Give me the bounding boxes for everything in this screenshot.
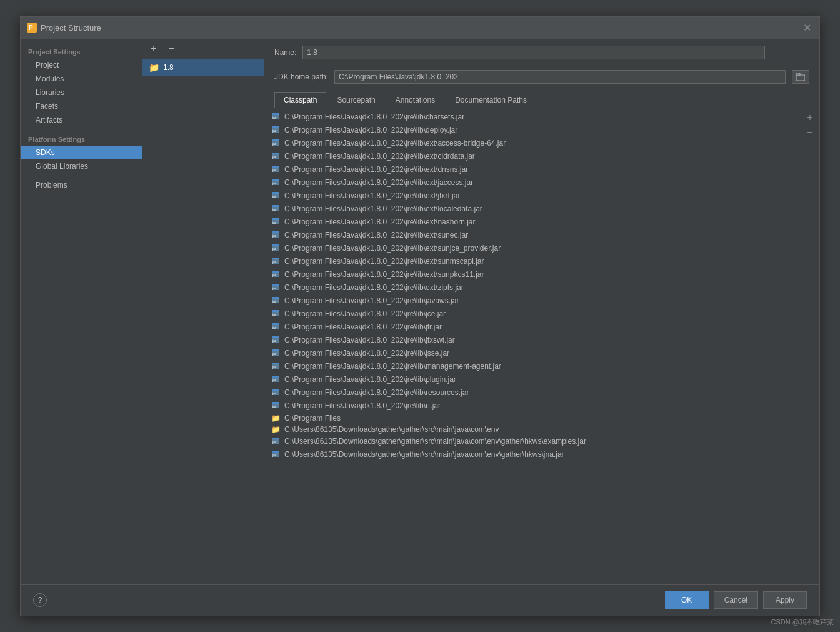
svg-text:jar: jar xyxy=(272,286,276,290)
jar-icon: jar xyxy=(271,230,281,241)
list-item[interactable]: jar C:\Program Files\Java\jdk1.8.0_202\j… xyxy=(264,334,819,347)
list-item[interactable]: jar C:\Program Files\Java\jdk1.8.0_202\j… xyxy=(264,124,819,137)
help-button[interactable]: ? xyxy=(33,593,47,607)
jar-icon: jar xyxy=(271,138,281,149)
add-sdk-button[interactable]: + xyxy=(148,43,160,55)
list-item[interactable]: jar C:\Program Files\Java\jdk1.8.0_202\j… xyxy=(264,255,819,268)
tab-annotations[interactable]: Annotations xyxy=(386,92,444,108)
list-item[interactable]: jar C:\Program Files\Java\jdk1.8.0_202\j… xyxy=(264,242,819,255)
jar-icon: jar xyxy=(271,374,281,385)
list-item[interactable]: jar C:\Program Files\Java\jdk1.8.0_202\j… xyxy=(264,216,819,229)
jar-icon: jar xyxy=(271,436,281,447)
close-button[interactable]: ✕ xyxy=(801,21,813,34)
jar-icon: jar xyxy=(271,204,281,214)
file-path-text: C:\Program Files\Java\jdk1.8.0_202\jre\l… xyxy=(284,218,475,226)
svg-text:jar: jar xyxy=(272,326,276,329)
jar-icon: jar xyxy=(271,178,281,188)
file-path-text: C:\Program Files\Java\jdk1.8.0_202\jre\l… xyxy=(284,165,468,174)
sidebar-item-global-libraries[interactable]: Global Libraries xyxy=(21,159,142,173)
list-item[interactable]: jar C:\Program Files\Java\jdk1.8.0_202\j… xyxy=(264,203,819,216)
list-item[interactable]: jar C:\Program Files\Java\jdk1.8.0_202\j… xyxy=(264,229,819,242)
platform-settings-section: Platform Settings xyxy=(21,132,142,146)
svg-rect-62 xyxy=(272,363,279,364)
svg-rect-17 xyxy=(272,166,279,168)
tab-classpath[interactable]: Classpath xyxy=(274,92,326,108)
list-item[interactable]: jar C:\Users\86135\Downloads\gather\gath… xyxy=(264,435,819,448)
jar-icon: jar xyxy=(271,361,281,372)
file-list-container: jar C:\Program Files\Java\jdk1.8.0_202\j… xyxy=(264,108,819,584)
file-path-text: C:\Program Files\Java\jdk1.8.0_202\jre\l… xyxy=(284,323,442,331)
list-item[interactable]: 📁C:\Users\86135\Downloads\gather\gather\… xyxy=(264,424,819,435)
sidebar: Project Settings Project Modules Librari… xyxy=(21,39,142,584)
apply-button[interactable]: Apply xyxy=(763,591,807,609)
svg-text:jar: jar xyxy=(272,313,276,316)
file-path-text: C:\Program Files\Java\jdk1.8.0_202\jre\l… xyxy=(284,191,460,200)
jar-icon: jar xyxy=(271,269,281,280)
list-item[interactable]: jar C:\Program Files\Java\jdk1.8.0_202\j… xyxy=(264,137,819,150)
project-settings-section: Project Settings xyxy=(21,44,142,58)
jdk-path-label: JDK home path: xyxy=(274,73,328,81)
tab-sourcepath[interactable]: Sourcepath xyxy=(328,92,384,108)
ok-button[interactable]: OK xyxy=(665,591,709,609)
sidebar-item-project[interactable]: Project xyxy=(21,58,142,72)
remove-sdk-button[interactable]: − xyxy=(165,43,178,55)
sidebar-item-artifacts[interactable]: Artifacts xyxy=(21,113,142,127)
cancel-button[interactable]: Cancel xyxy=(714,591,758,609)
tabs-bar: Classpath Sourcepath Annotations Documen… xyxy=(264,88,819,108)
jar-icon: jar xyxy=(271,125,281,136)
list-item[interactable]: jar C:\Program Files\Java\jdk1.8.0_202\j… xyxy=(264,150,819,163)
sdk-item-label: 1.8 xyxy=(163,63,174,72)
sidebar-item-problems[interactable]: Problems xyxy=(21,178,142,192)
jdk-path-input[interactable] xyxy=(334,70,786,84)
tab-documentation-paths[interactable]: Documentation Paths xyxy=(446,92,536,108)
list-item[interactable]: jar C:\Program Files\Java\jdk1.8.0_202\j… xyxy=(264,373,819,386)
list-item[interactable]: jar C:\Program Files\Java\jdk1.8.0_202\j… xyxy=(264,294,819,308)
svg-text:jar: jar xyxy=(272,155,276,159)
list-item[interactable]: jar C:\Program Files\Java\jdk1.8.0_202\j… xyxy=(264,176,819,189)
list-item[interactable]: jar C:\Program Files\Java\jdk1.8.0_202\j… xyxy=(264,111,819,124)
folder-icon: 📁 xyxy=(271,414,281,423)
list-item[interactable]: jar C:\Program Files\Java\jdk1.8.0_202\j… xyxy=(264,386,819,399)
sdk-item-1.8[interactable]: 📁 1.8 xyxy=(142,59,264,76)
browse-button[interactable] xyxy=(792,70,809,84)
svg-rect-41 xyxy=(272,271,279,273)
list-item[interactable]: 📁C:\Program Files xyxy=(264,413,819,424)
name-input[interactable] xyxy=(302,46,765,59)
list-item[interactable]: jar C:\Users\86135\Downloads\gather\gath… xyxy=(264,448,819,461)
file-path-text: C:\Program Files\Java\jdk1.8.0_202\jre\l… xyxy=(284,375,456,384)
svg-text:jar: jar xyxy=(272,181,276,185)
svg-text:jar: jar xyxy=(272,299,276,303)
list-item[interactable]: jar C:\Program Files\Java\jdk1.8.0_202\j… xyxy=(264,281,819,294)
svg-rect-3 xyxy=(796,73,800,76)
list-item[interactable]: jar C:\Program Files\Java\jdk1.8.0_202\j… xyxy=(264,399,819,413)
svg-rect-71 xyxy=(272,402,279,404)
sidebar-item-modules[interactable]: Modules xyxy=(21,72,142,86)
jar-icon: jar xyxy=(271,401,281,411)
file-path-text: C:\Program Files\Java\jdk1.8.0_202\jre\l… xyxy=(284,178,473,187)
add-entry-button[interactable]: + xyxy=(803,111,817,124)
jar-icon: jar xyxy=(271,151,281,162)
svg-text:jar: jar xyxy=(272,273,276,277)
svg-text:jar: jar xyxy=(272,391,276,395)
file-path-text: C:\Program Files xyxy=(284,414,341,423)
svg-text:jar: jar xyxy=(272,168,276,172)
sidebar-item-sdks[interactable]: SDKs xyxy=(21,146,142,159)
file-path-text: C:\Program Files\Java\jdk1.8.0_202\jre\l… xyxy=(284,309,446,318)
list-item[interactable]: jar C:\Program Files\Java\jdk1.8.0_202\j… xyxy=(264,321,819,334)
jar-icon: jar xyxy=(271,112,281,123)
sidebar-item-facets[interactable]: Facets xyxy=(21,99,142,113)
remove-entry-button[interactable]: − xyxy=(803,126,817,139)
app-icon: P xyxy=(27,23,37,33)
list-item[interactable]: jar C:\Program Files\Java\jdk1.8.0_202\j… xyxy=(264,163,819,176)
file-path-text: C:\Program Files\Java\jdk1.8.0_202\jre\l… xyxy=(284,113,464,121)
center-panel: + − 📁 1.8 xyxy=(142,39,264,584)
list-item[interactable]: jar C:\Program Files\Java\jdk1.8.0_202\j… xyxy=(264,308,819,321)
name-row: Name: xyxy=(264,39,819,66)
list-item[interactable]: jar C:\Program Files\Java\jdk1.8.0_202\j… xyxy=(264,189,819,203)
list-item[interactable]: jar C:\Program Files\Java\jdk1.8.0_202\j… xyxy=(264,268,819,281)
svg-rect-56 xyxy=(272,336,279,338)
list-item[interactable]: jar C:\Program Files\Java\jdk1.8.0_202\j… xyxy=(264,360,819,373)
sidebar-item-libraries[interactable]: Libraries xyxy=(21,86,142,99)
list-item[interactable]: jar C:\Program Files\Java\jdk1.8.0_202\j… xyxy=(264,347,819,360)
watermark: CSDN @我不吃芹菜 xyxy=(771,618,834,627)
